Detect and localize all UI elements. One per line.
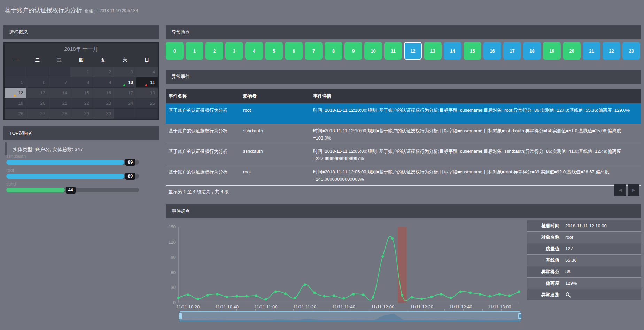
calendar-day-cell[interactable]: 30 (92, 109, 114, 119)
data-point (518, 291, 520, 293)
calendar-day-cell[interactable]: 4 (136, 67, 158, 77)
hotspot-panel-header: 异常热点 (166, 25, 641, 39)
calendar-day-cell[interactable]: 20 (26, 98, 48, 108)
column-header: 影响者 (240, 89, 310, 103)
calendar-day-cell[interactable]: 9 (92, 77, 114, 87)
calendar-day-cell[interactable]: 26 (5, 109, 26, 119)
hour-button-15[interactable]: 15 (464, 42, 481, 60)
hour-button-3[interactable]: 3 (225, 42, 243, 60)
hour-button-23[interactable]: 23 (622, 42, 640, 60)
calendar-day-cell[interactable]: 21 (48, 98, 70, 108)
data-point (196, 298, 199, 300)
results-summary: 显示第 1 至 4 项结果，共 4 项 (169, 185, 229, 199)
event-name-cell: 基于账户的认证授权行为分析 (166, 103, 240, 124)
calendar-day-cell[interactable]: 22 (70, 98, 92, 108)
hour-button-11[interactable]: 11 (384, 42, 402, 60)
calendar-day-cell (26, 67, 48, 77)
hour-button-8[interactable]: 8 (325, 42, 342, 60)
calendar-day-cell[interactable]: 19 (5, 98, 26, 108)
hour-button-16[interactable]: 16 (483, 42, 501, 60)
hour-button-20[interactable]: 20 (563, 42, 581, 60)
range-slider[interactable] (180, 311, 520, 321)
x-axis-label: 11/11 13:00 (488, 304, 511, 309)
prev-page-button[interactable]: ◀ (614, 184, 626, 196)
detail-label: 对象名称 (527, 234, 565, 241)
calendar-day-cell[interactable]: 17 (114, 88, 136, 98)
hour-button-6[interactable]: 6 (285, 42, 303, 60)
data-point (187, 293, 189, 296)
hour-button-10[interactable]: 10 (364, 42, 382, 60)
slider-handle-right[interactable] (518, 313, 521, 319)
events-panel-title: 异常事件 (172, 74, 190, 79)
detail-table: 检测时间2018-11-11 12:10:00对象名称root度量值127基线值… (527, 220, 641, 300)
calendar-grid: 1234567891011121314151617181920212223242… (5, 67, 158, 119)
calendar-day-cell[interactable]: 29 (70, 109, 92, 119)
slider-handle-left[interactable] (179, 313, 182, 319)
event-row[interactable]: 基于账户的认证授权行为分析root时间=2018-11-11 12:05:00;… (166, 165, 641, 185)
hour-button-18[interactable]: 18 (523, 42, 541, 60)
calendar-day-cell[interactable]: 6 (26, 77, 48, 87)
event-row[interactable]: 基于账户的认证授权行为分析sshd:auth时间=2018-11-11 12:1… (166, 124, 641, 144)
data-point (381, 255, 384, 258)
calendar-day-cell[interactable]: 13 (26, 88, 48, 98)
event-name-cell: 基于账户的认证授权行为分析 (166, 165, 240, 185)
calendar-day-cell[interactable]: 15 (70, 88, 92, 98)
calendar-day-cell[interactable]: 8 (70, 77, 92, 87)
calendar-day-cell[interactable]: 24 (114, 98, 136, 108)
influencer-bar: sshd44 (6, 181, 142, 195)
bar-track: 89 (6, 174, 139, 179)
event-row[interactable]: 基于账户的认证授权行为分析sshd:auth时间=2018-11-11 12:0… (166, 144, 641, 165)
hour-button-7[interactable]: 7 (305, 42, 323, 60)
series-line (178, 236, 519, 301)
hour-button-0[interactable]: 0 (166, 42, 184, 60)
hour-button-17[interactable]: 17 (503, 42, 521, 60)
calendar-day-cell[interactable]: 16 (92, 88, 114, 98)
hour-button-12[interactable]: 12 (404, 42, 422, 60)
weekday-label: 日 (136, 54, 158, 67)
calendar-day-cell[interactable]: 10 (114, 77, 136, 87)
y-axis-label: 30 (171, 285, 176, 290)
calendar-day-cell[interactable]: 2 (92, 67, 114, 77)
calendar-day-cell[interactable]: 5 (5, 77, 26, 87)
event-actor-cell: root (240, 165, 310, 185)
event-row[interactable]: 基于账户的认证授权行为分析root时间=2018-11-11 12:10:00;… (166, 103, 641, 124)
hour-button-9[interactable]: 9 (344, 42, 362, 60)
hour-button-2[interactable]: 2 (205, 42, 223, 60)
calendar-day-cell[interactable]: 1 (70, 67, 92, 77)
next-arrow-icon: ▶ (632, 188, 635, 192)
data-point (498, 293, 501, 296)
detail-label: 度量值 (527, 246, 565, 252)
calendar-day-cell[interactable]: 27 (26, 109, 48, 119)
weekday-label: 三 (48, 54, 70, 67)
x-axis-label: 11/11 11:20 (293, 304, 316, 309)
hour-button-21[interactable]: 21 (583, 42, 600, 60)
hour-button-22[interactable]: 22 (603, 42, 620, 60)
hour-button-19[interactable]: 19 (543, 42, 561, 60)
bar-value-badge: 89 (125, 159, 135, 166)
data-point (255, 294, 257, 297)
trace-search-icon[interactable] (565, 292, 571, 298)
hour-button-13[interactable]: 13 (424, 42, 442, 60)
calendar-day-cell[interactable]: 28 (48, 109, 70, 119)
hour-button-1[interactable]: 1 (186, 42, 203, 60)
events-panel-header: 异常事件 (166, 70, 641, 84)
data-point (235, 295, 238, 298)
x-axis-label: 11/11 12:40 (449, 304, 472, 309)
calendar-day-cell[interactable]: 3 (114, 67, 136, 77)
calendar-day-cell[interactable]: 23 (92, 98, 114, 108)
investigation-chart-section: 0306090120150 11/11 10:2011/11 10:4011/1… (166, 218, 641, 330)
weekday-label: 一 (5, 54, 26, 67)
calendar-day-cell[interactable]: 11 (136, 77, 158, 87)
calendar-day-cell[interactable]: 25 (136, 98, 158, 108)
hour-button-14[interactable]: 14 (444, 42, 461, 60)
chart-svg (178, 227, 519, 305)
calendar-day-cell[interactable]: 12 (5, 88, 26, 98)
hour-button-4[interactable]: 4 (245, 42, 263, 60)
next-page-button[interactable]: ▶ (628, 184, 639, 196)
calendar-day-cell[interactable]: 7 (48, 77, 70, 87)
hour-button-5[interactable]: 5 (265, 42, 283, 60)
weekday-label: 六 (114, 54, 136, 67)
calendar-day-cell[interactable]: 18 (136, 88, 158, 98)
x-axis-label: 11/11 11:40 (332, 304, 355, 309)
calendar-day-cell[interactable]: 14 (48, 88, 70, 98)
